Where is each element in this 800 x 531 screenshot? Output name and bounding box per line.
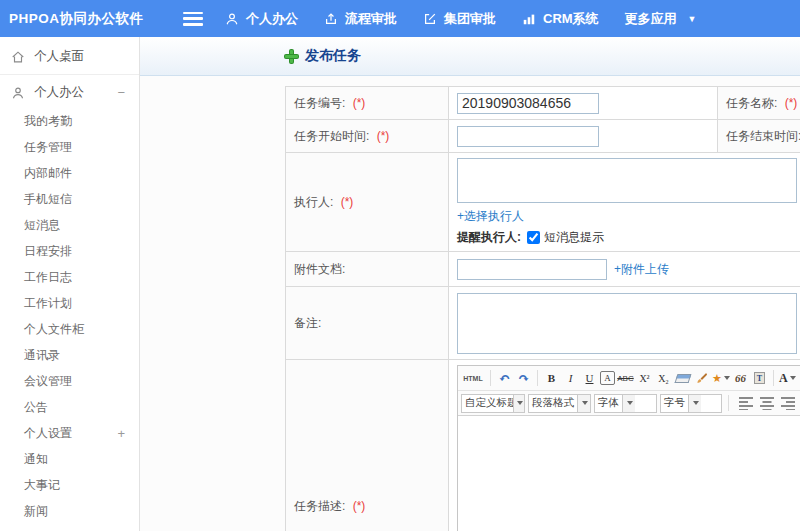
align-center-icon[interactable] (759, 396, 775, 410)
align-right-icon[interactable] (779, 396, 795, 410)
magic-wand-icon: ★ (712, 372, 722, 385)
attachment-input[interactable] (457, 259, 607, 280)
nav-label: 流程审批 (345, 10, 397, 28)
sidebar-item-mobile-sms[interactable]: 手机短信 (0, 186, 139, 212)
font-family-dropdown[interactable]: 字体 (594, 394, 657, 413)
required-mark: (*) (353, 96, 366, 110)
top-nav: 个人办公 流程审批 集团审批 CRM系统 更多应用 ▼ (225, 10, 723, 28)
sidebar-item-meeting[interactable]: 会议管理 (0, 368, 139, 394)
task-name-label-cell: 任务名称: (*) (718, 87, 800, 120)
main-content: 发布任务 任务编号: (*) 任务名称: (*) (140, 37, 800, 531)
align-left-icon[interactable] (739, 396, 755, 410)
app-logo: PHPOA协同办公软件 (0, 10, 183, 28)
end-time-label: 任务结束时间: (726, 129, 800, 143)
workflow-icon (324, 12, 338, 26)
font-style-button[interactable]: A (600, 371, 615, 385)
format-brush-button[interactable] (693, 369, 710, 388)
redo-button[interactable]: ↷ (515, 369, 532, 388)
table-row: 任务开始时间: (*) 任务结束时间: (*) (286, 120, 800, 153)
bar-chart-icon (522, 12, 536, 26)
sidebar-item-news[interactable]: 新闻 (0, 498, 139, 524)
attachment-label-cell: 附件文档: (286, 252, 449, 287)
underline-button[interactable]: U (581, 369, 598, 388)
font-color-label: A (779, 371, 788, 386)
executor-label: 执行人: (294, 195, 333, 209)
paste-text-button[interactable]: T (751, 369, 768, 388)
end-time-label-cell: 任务结束时间: (*) (718, 120, 800, 153)
eraser-button[interactable] (674, 369, 691, 388)
blockquote-button[interactable]: 66 (732, 369, 749, 388)
edit-square-icon (423, 12, 437, 26)
start-time-label-cell: 任务开始时间: (*) (286, 120, 449, 153)
publish-task-form: 任务编号: (*) 任务名称: (*) 任务开始时间: (*) (285, 86, 800, 531)
strikethrough-button[interactable]: ABC (617, 369, 634, 388)
auto-typeset-button[interactable]: ★ (712, 369, 730, 388)
sidebar-item-work-plan[interactable]: 工作计划 (0, 290, 139, 316)
paste-icon: T (754, 372, 765, 384)
sidebar: 个人桌面 个人办公 − 我的考勤 任务管理 内部邮件 手机短信 短消息 日程安排… (0, 37, 140, 531)
sidebar-item-office[interactable]: 个人办公 − (0, 77, 139, 108)
subscript-button[interactable]: X₂ (655, 369, 672, 388)
html-source-button[interactable]: HTML (461, 369, 485, 388)
sidebar-item-attendance[interactable]: 我的考勤 (0, 108, 139, 134)
menu-toggle-icon[interactable] (183, 12, 203, 26)
start-time-input[interactable] (457, 126, 599, 147)
font-size-dropdown[interactable]: 字号 (660, 394, 722, 413)
sidebar-item-file-cabinet[interactable]: 个人文件柜 (0, 316, 139, 342)
nav-group-approval[interactable]: 集团审批 (423, 10, 496, 28)
sidebar-item-announcement[interactable]: 公告 (0, 394, 139, 420)
paragraph-format-dropdown[interactable]: 段落格式 (528, 394, 591, 413)
sidebar-item-short-message[interactable]: 短消息 (0, 212, 139, 238)
expand-icon[interactable]: + (117, 426, 125, 441)
table-row: 备注: (286, 287, 800, 360)
executor-textarea[interactable] (457, 158, 797, 203)
nav-personal-office[interactable]: 个人办公 (225, 10, 298, 28)
toolbar-separator (490, 370, 491, 386)
task-number-input[interactable] (457, 93, 599, 114)
sidebar-item-label: 我的考勤 (24, 113, 72, 130)
custom-title-dropdown[interactable]: 自定义标题 (461, 394, 525, 413)
sidebar-item-contacts[interactable]: 通讯录 (0, 342, 139, 368)
collapse-icon[interactable]: − (117, 85, 125, 100)
sidebar-item-label: 工作计划 (24, 295, 72, 312)
brush-icon (695, 372, 708, 385)
remind-executor-label: 提醒执行人: (457, 229, 521, 246)
sidebar-item-label: 短消息 (24, 217, 60, 234)
sidebar-item-label: 个人设置 (24, 425, 72, 442)
nav-more-apps[interactable]: 更多应用 ▼ (625, 10, 697, 28)
alignment-buttons (739, 396, 800, 410)
editor-toolbar-row1: HTML ↶ ↷ B I U A ABC X² (458, 366, 800, 391)
sidebar-item-work-log[interactable]: 工作日志 (0, 264, 139, 290)
remark-label-cell: 备注: (286, 287, 449, 360)
sidebar-item-desktop[interactable]: 个人桌面 (0, 41, 139, 72)
choose-executor-link[interactable]: +选择执行人 (457, 209, 524, 223)
sidebar-item-schedule[interactable]: 日程安排 (0, 238, 139, 264)
top-bar: PHPOA协同办公软件 个人办公 流程审批 集团审批 CRM系统 更多应用 ▼ (0, 0, 800, 37)
remark-label: 备注: (294, 316, 321, 330)
italic-button[interactable]: I (562, 369, 579, 388)
nav-workflow-approval[interactable]: 流程审批 (324, 10, 397, 28)
sidebar-item-events[interactable]: 大事记 (0, 472, 139, 498)
sidebar-item-personal-settings[interactable]: 个人设置 + (0, 420, 139, 446)
nav-label: 集团审批 (444, 10, 496, 28)
nav-crm[interactable]: CRM系统 (522, 10, 599, 28)
sidebar-item-internal-mail[interactable]: 内部邮件 (0, 160, 139, 186)
remark-textarea[interactable] (457, 293, 797, 354)
description-editor-area[interactable] (458, 416, 800, 531)
page-header: 发布任务 (140, 37, 800, 76)
sidebar-item-task-management[interactable]: 任务管理 (0, 134, 139, 160)
undo-button[interactable]: ↶ (496, 369, 513, 388)
attachment-label: 附件文档: (294, 262, 345, 276)
task-name-label: 任务名称: (726, 96, 777, 110)
dropdown-label: 字号 (661, 396, 688, 410)
attachment-upload-link[interactable]: +附件上传 (614, 261, 669, 278)
font-color-button[interactable]: A (779, 369, 796, 388)
caret-down-icon: ▼ (688, 14, 697, 24)
superscript-button[interactable]: X² (636, 369, 653, 388)
sidebar-item-notice[interactable]: 通知 (0, 446, 139, 472)
sms-remind-checkbox[interactable] (527, 231, 540, 244)
bold-button[interactable]: B (543, 369, 560, 388)
caret-down-icon (513, 395, 524, 412)
sidebar-item-label: 个人文件柜 (24, 321, 84, 338)
page-title: 发布任务 (305, 47, 361, 65)
